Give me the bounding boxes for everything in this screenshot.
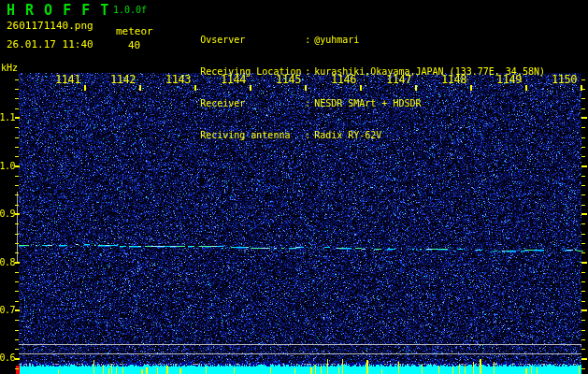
- x-axis-label: 1148: [438, 75, 466, 85]
- info-value: NESDR SMArt + HDSDR: [314, 98, 421, 108]
- x-axis-label: 1147: [383, 75, 411, 85]
- x-axis-label: 1145: [273, 75, 301, 85]
- y-axis-label: 1.0: [0, 161, 15, 171]
- meteor-count: 40: [128, 39, 140, 51]
- info-separator: :: [305, 35, 314, 46]
- y-axis-unit-label: kHz: [1, 63, 18, 73]
- info-separator: :: [305, 98, 314, 109]
- x-axis-label: 1141: [52, 75, 80, 85]
- x-axis-label: 1142: [108, 75, 136, 85]
- info-row-receiver: Receiver:NESDR SMArt + HDSDR: [166, 87, 587, 98]
- y-axis-label: 0.6: [0, 352, 15, 363]
- info-label: Receiver: [200, 98, 305, 109]
- x-axis-label: 1146: [328, 75, 356, 85]
- x-axis-label: 1143: [163, 75, 191, 85]
- info-separator: :: [305, 130, 314, 141]
- info-label: Ovserver: [200, 35, 305, 46]
- hrofft-screen: H R O F F T 1.0.0f 2601171140.png meteor…: [0, 0, 588, 374]
- x-axis-label: 1150: [549, 75, 577, 85]
- info-value: Radix RY-62V: [314, 130, 381, 140]
- app-version: 1.0.0f: [113, 5, 147, 15]
- y-axis-label: 0.7: [0, 305, 15, 315]
- output-filename: 2601171140.png: [7, 20, 93, 32]
- info-separator: :: [305, 66, 314, 78]
- x-axis-label: 1144: [218, 75, 246, 85]
- timestamp: 26.01.17 11:40: [7, 38, 93, 50]
- info-row-location: Receiving Location:kurashiki,Okayama,JAP…: [166, 55, 587, 66]
- info-label: Reciving antenna: [200, 130, 305, 141]
- y-axis-label: 1.1: [0, 112, 15, 122]
- x-axis-label: 1149: [494, 75, 522, 85]
- y-axis-label: 0.9: [0, 209, 15, 219]
- app-title: H R O F F T: [7, 2, 109, 19]
- info-row-antenna: Reciving antenna:Radix RY-62V: [166, 119, 587, 130]
- mode-label: meteor: [116, 25, 153, 37]
- y-axis-label: 0.8: [0, 257, 15, 267]
- info-value: @yuhmari: [314, 35, 359, 45]
- info-row-observer: Ovserver:@yuhmari: [166, 23, 587, 35]
